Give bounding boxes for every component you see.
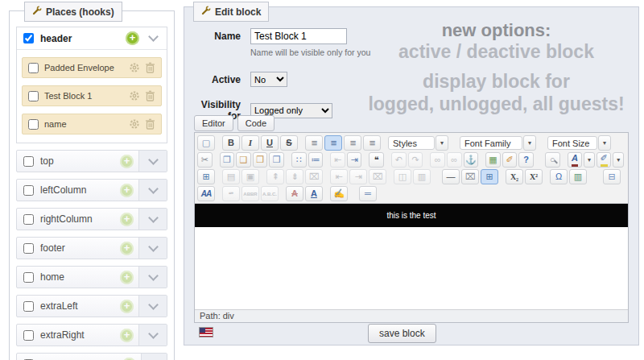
- expand-toggle[interactable]: [141, 354, 167, 360]
- add-block-button[interactable]: +: [120, 271, 134, 284]
- hook-row[interactable]: home+: [16, 266, 167, 288]
- add-block-button[interactable]: +: [120, 242, 134, 255]
- styles-dropdown-arrow[interactable]: ▾: [436, 135, 448, 151]
- bullet-list-icon[interactable]: ∷: [291, 152, 307, 168]
- hook-row[interactable]: rightColumn+: [16, 208, 167, 230]
- add-block-button[interactable]: +: [120, 155, 134, 168]
- abbreviation-icon[interactable]: ABBR: [242, 186, 259, 201]
- hook-row[interactable]: extraRight+: [16, 324, 167, 346]
- text-color-icon[interactable]: A: [568, 152, 583, 168]
- hook-checkbox[interactable]: [23, 33, 34, 43]
- tab-editor[interactable]: Editor: [194, 115, 233, 131]
- text-color-dropdown-arrow[interactable]: ▾: [584, 152, 595, 168]
- font-size-select[interactable]: Font Size: [547, 136, 597, 150]
- language-flag-icon[interactable]: [199, 327, 213, 337]
- insert-column-after-icon[interactable]: ⇥: [349, 169, 367, 184]
- font-family-dropdown-arrow[interactable]: ▾: [523, 135, 536, 151]
- add-block-button[interactable]: +: [120, 213, 134, 226]
- expand-toggle[interactable]: [138, 180, 167, 201]
- remove-formatting-icon[interactable]: ⌧: [461, 169, 479, 184]
- hook-checkbox[interactable]: [23, 330, 34, 341]
- paste-text-icon[interactable]: ❒: [253, 152, 268, 168]
- name-input[interactable]: [250, 28, 347, 44]
- hook-checkbox[interactable]: [23, 243, 34, 254]
- hook-row[interactable]: productOutOfStock+: [16, 353, 167, 360]
- align-justify-icon[interactable]: ≡: [363, 135, 381, 151]
- unlink-icon[interactable]: ∞: [447, 152, 462, 168]
- paste-word-icon[interactable]: ❒: [269, 152, 284, 168]
- block-checkbox[interactable]: [28, 91, 39, 101]
- hook-row-header[interactable]: header +: [17, 27, 167, 50]
- active-select[interactable]: No: [250, 72, 287, 87]
- delete-row-icon[interactable]: ⌧: [305, 169, 323, 184]
- editor-content-area[interactable]: this is the test: [195, 203, 628, 309]
- insert-row-before-icon[interactable]: ⇞: [266, 169, 284, 184]
- block-checkbox[interactable]: [28, 119, 39, 130]
- numbered-list-icon[interactable]: ≔: [308, 152, 324, 168]
- font-size-dropdown-arrow[interactable]: ▾: [598, 135, 611, 151]
- hook-checkbox[interactable]: [23, 185, 34, 196]
- expand-toggle[interactable]: [138, 296, 167, 317]
- insert-table-icon[interactable]: ⊞: [197, 169, 215, 184]
- add-block-button[interactable]: +: [120, 300, 134, 313]
- gear-icon[interactable]: [129, 118, 140, 130]
- delete-column-icon[interactable]: ⌧: [369, 169, 386, 184]
- highlight-color-icon[interactable]: ✐: [597, 152, 612, 168]
- insert-row-after-icon[interactable]: ⇟: [286, 169, 303, 184]
- block-checkbox[interactable]: [28, 63, 39, 73]
- block-row[interactable]: name: [22, 114, 162, 134]
- expand-toggle[interactable]: [138, 209, 167, 230]
- content-block[interactable]: this is the test: [195, 204, 628, 227]
- citation-icon[interactable]: ❝❞: [222, 186, 240, 201]
- style-properties-icon[interactable]: AA: [197, 186, 215, 201]
- align-left-icon[interactable]: ≡: [305, 135, 323, 151]
- block-row[interactable]: Padded Envelope: [22, 57, 162, 78]
- add-block-button[interactable]: +: [120, 329, 134, 342]
- help-icon[interactable]: ?: [518, 152, 534, 168]
- indent-icon[interactable]: ⇥: [347, 152, 362, 168]
- hook-checkbox[interactable]: [23, 301, 34, 312]
- table-row-properties-icon[interactable]: ▤: [222, 169, 240, 184]
- new-document-icon[interactable]: ▢: [197, 135, 215, 151]
- acronym-icon[interactable]: A.B.C.: [261, 186, 279, 201]
- media-icon[interactable]: ▥: [569, 169, 587, 184]
- trash-icon[interactable]: [145, 90, 155, 101]
- outdent-icon[interactable]: ⇤: [330, 152, 345, 168]
- trash-icon[interactable]: [145, 62, 155, 73]
- copy-icon[interactable]: ❐: [220, 152, 235, 168]
- table-cell-properties-icon[interactable]: ▣: [242, 169, 259, 184]
- anchor-icon[interactable]: ⚓: [464, 152, 479, 168]
- expand-toggle[interactable]: [138, 151, 167, 172]
- cleanup-icon[interactable]: ✐: [502, 152, 518, 168]
- add-block-button[interactable]: +: [126, 31, 139, 45]
- preview-icon[interactable]: ○: [545, 152, 560, 168]
- bold-icon[interactable]: B: [222, 135, 240, 151]
- strikethrough-icon[interactable]: S: [280, 135, 298, 151]
- subscript-icon[interactable]: X₂: [506, 169, 523, 184]
- gear-icon[interactable]: [129, 90, 140, 101]
- superscript-icon[interactable]: X²: [525, 169, 543, 184]
- collapse-toggle[interactable]: [139, 27, 167, 49]
- underline-icon[interactable]: U: [261, 135, 279, 151]
- block-row[interactable]: Test Block 1: [22, 85, 162, 106]
- font-family-select[interactable]: Font Family: [460, 136, 522, 150]
- save-block-button[interactable]: save block: [368, 324, 436, 343]
- horizontal-rule-icon[interactable]: —: [442, 169, 460, 184]
- add-block-button[interactable]: +: [120, 184, 134, 197]
- image-icon[interactable]: ▦: [485, 152, 501, 168]
- toggle-guidelines-icon[interactable]: ⊞: [481, 169, 498, 184]
- trash-icon[interactable]: [145, 118, 155, 130]
- italic-icon[interactable]: I: [242, 135, 259, 151]
- expand-toggle[interactable]: [138, 325, 167, 346]
- align-right-icon[interactable]: ≡: [344, 135, 361, 151]
- deletion-icon[interactable]: A: [286, 186, 303, 201]
- tab-code[interactable]: Code: [237, 115, 275, 131]
- attributes-icon[interactable]: ✍: [330, 186, 348, 201]
- styles-select[interactable]: Styles: [388, 136, 435, 150]
- insertion-icon[interactable]: A: [305, 186, 323, 201]
- undo-icon[interactable]: ↶: [391, 152, 407, 168]
- align-center-icon[interactable]: ≡: [324, 135, 342, 151]
- cut-icon[interactable]: ✂: [197, 152, 213, 168]
- hook-row[interactable]: extraLeft+: [16, 295, 167, 317]
- special-character-icon[interactable]: Ω: [550, 169, 568, 184]
